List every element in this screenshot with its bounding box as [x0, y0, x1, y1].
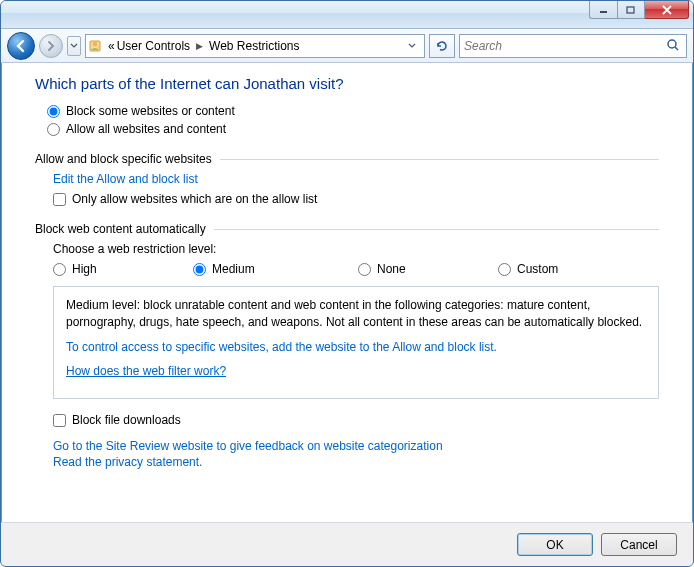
- group-title: Block web content automatically: [35, 222, 206, 236]
- privacy-link[interactable]: Read the privacy statement.: [53, 455, 659, 469]
- close-button[interactable]: [645, 1, 689, 19]
- divider: [214, 229, 659, 230]
- radio-label: None: [377, 262, 406, 276]
- level-medium-radio[interactable]: Medium: [193, 262, 358, 276]
- forward-button[interactable]: [39, 34, 63, 58]
- svg-point-3: [93, 41, 97, 45]
- checkbox-input[interactable]: [53, 414, 66, 427]
- window-controls: [589, 1, 689, 19]
- minimize-button[interactable]: [589, 1, 617, 19]
- page-title: Which parts of the Internet can Jonathan…: [35, 75, 659, 92]
- radio-label: Block some websites or content: [66, 104, 235, 118]
- allow-block-group: Allow and block specific websites Edit t…: [35, 152, 659, 206]
- search-box[interactable]: [459, 34, 687, 58]
- level-custom-radio[interactable]: Custom: [498, 262, 638, 276]
- edit-allow-block-link[interactable]: Edit the Allow and block list: [53, 172, 659, 186]
- radio-input[interactable]: [53, 263, 66, 276]
- level-description: Medium level: block unratable content an…: [66, 297, 646, 331]
- nav-history-dropdown[interactable]: [67, 36, 81, 56]
- divider: [220, 159, 659, 160]
- ok-button[interactable]: OK: [517, 533, 593, 556]
- radio-label: High: [72, 262, 97, 276]
- level-description-box: Medium level: block unratable content an…: [53, 286, 659, 399]
- radio-label: Allow all websites and content: [66, 122, 226, 136]
- footer-links: Go to the Site Review website to give fe…: [53, 439, 659, 469]
- breadcrumb-prefix: «: [108, 39, 115, 53]
- block-downloads-checkbox[interactable]: Block file downloads: [53, 413, 659, 427]
- level-none-radio[interactable]: None: [358, 262, 498, 276]
- svg-point-4: [668, 40, 676, 48]
- address-bar[interactable]: « User Controls ▶ Web Restrictions: [85, 34, 425, 58]
- search-input[interactable]: [464, 39, 666, 53]
- maximize-button[interactable]: [617, 1, 645, 19]
- site-review-link[interactable]: Go to the Site Review website to give fe…: [53, 439, 659, 453]
- radio-input[interactable]: [47, 123, 60, 136]
- chevron-right-icon: ▶: [192, 41, 207, 51]
- checkbox-input[interactable]: [53, 193, 66, 206]
- level-high-radio[interactable]: High: [53, 262, 193, 276]
- breadcrumb-item[interactable]: Web Restrictions: [209, 39, 299, 53]
- radio-input[interactable]: [358, 263, 371, 276]
- titlebar: [1, 1, 693, 29]
- breadcrumb: « User Controls ▶ Web Restrictions: [108, 39, 300, 53]
- desc-allow-block-link[interactable]: To control access to specific websites, …: [66, 339, 646, 356]
- checkbox-label: Block file downloads: [72, 413, 181, 427]
- navigation-bar: « User Controls ▶ Web Restrictions: [1, 29, 693, 63]
- cancel-button[interactable]: Cancel: [601, 533, 677, 556]
- dialog-button-bar: OK Cancel: [1, 522, 693, 566]
- choose-level-label: Choose a web restriction level:: [53, 242, 659, 256]
- radio-input[interactable]: [498, 263, 511, 276]
- radio-label: Medium: [212, 262, 255, 276]
- window: « User Controls ▶ Web Restrictions Which…: [0, 0, 694, 567]
- auto-block-group: Block web content automatically Choose a…: [35, 222, 659, 399]
- address-dropdown[interactable]: [402, 36, 422, 56]
- radio-input[interactable]: [47, 105, 60, 118]
- checkbox-label: Only allow websites which are on the all…: [72, 192, 317, 206]
- radio-input[interactable]: [193, 263, 206, 276]
- mode-block-radio[interactable]: Block some websites or content: [47, 104, 659, 118]
- radio-label: Custom: [517, 262, 558, 276]
- breadcrumb-item[interactable]: User Controls: [117, 39, 190, 53]
- location-icon: [88, 38, 104, 54]
- search-icon[interactable]: [666, 38, 682, 54]
- mode-allow-radio[interactable]: Allow all websites and content: [47, 122, 659, 136]
- group-title: Allow and block specific websites: [35, 152, 212, 166]
- level-radio-group: High Medium None Custom: [53, 262, 659, 276]
- content-area: Which parts of the Internet can Jonathan…: [1, 63, 693, 522]
- svg-rect-1: [627, 7, 634, 13]
- refresh-button[interactable]: [429, 34, 455, 58]
- svg-rect-0: [600, 11, 607, 13]
- back-button[interactable]: [7, 32, 35, 60]
- how-filter-works-link[interactable]: How does the web filter work?: [66, 363, 646, 380]
- only-allow-checkbox[interactable]: Only allow websites which are on the all…: [53, 192, 659, 206]
